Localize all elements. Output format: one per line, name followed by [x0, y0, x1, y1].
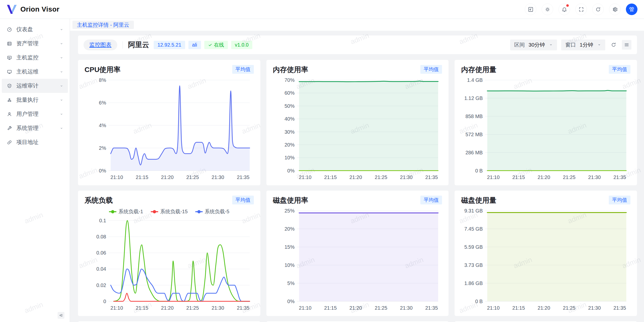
svg-text:21:30: 21:30 — [212, 174, 224, 180]
chart-card-header: 系统负载 平均值 — [85, 196, 254, 205]
host-tag-3: 在线 — [204, 41, 228, 49]
monitor-chart-link[interactable]: 监控图表 — [84, 40, 117, 50]
interval-label: 区间 — [514, 41, 525, 48]
svg-text:0.06: 0.06 — [96, 250, 106, 256]
svg-text:21:20: 21:20 — [161, 174, 174, 180]
legend-item[interactable]: 系统负载-5 — [195, 208, 229, 215]
legend-label: 系统负载-15 — [160, 208, 188, 215]
svg-text:21:15: 21:15 — [136, 174, 148, 180]
sidebar-collapse-button[interactable] — [58, 312, 64, 319]
interval-select[interactable]: 区间 30分钟 — [510, 40, 557, 50]
svg-text:7.45 GB: 7.45 GB — [464, 226, 483, 232]
tab-host-monitor-detail[interactable]: 主机监控详情 - 阿里云 — [72, 21, 134, 29]
sidebar-item-label: 用户管理 — [16, 110, 38, 118]
header-settings-button[interactable] — [609, 4, 621, 15]
svg-text:1.12 GB: 1.12 GB — [464, 95, 483, 101]
svg-text:25%: 25% — [285, 208, 295, 213]
sidebar-item-label: 系统管理 — [16, 124, 38, 132]
page-scroll-area: 监控图表 阿里云 12.92.5.21ali在线v1.0.0 区间 30分钟 窗… — [70, 31, 644, 322]
header-code-button[interactable] — [525, 4, 536, 15]
sidebar-item-project-link[interactable]: 项目地址 — [2, 135, 68, 149]
svg-text:1.86 GB: 1.86 GB — [464, 280, 483, 286]
host-name: 阿里云 — [128, 40, 149, 50]
chart-card-header: 磁盘使用率 平均值 — [273, 196, 442, 205]
chevron-down-icon — [59, 84, 64, 88]
nodes-icon — [7, 97, 12, 103]
sidebar-item-label: 项目地址 — [16, 138, 38, 146]
sidebar-item-ops-audit[interactable]: 运维审计 — [2, 79, 68, 93]
chart-card-2: 内存使用率 平均值 0%10%20%30%40%50%60%70%21:1021… — [266, 60, 449, 185]
sidebar-item-system-mgmt[interactable]: 系统管理 — [2, 121, 68, 135]
chevron-down-icon — [59, 70, 64, 74]
header-theme-button[interactable] — [542, 4, 553, 15]
chart-canvas[interactable]: 0%10%20%30%40%50%60%70%21:1021:1521:2021… — [273, 75, 442, 182]
chevron-down-icon — [59, 27, 64, 32]
chevron-down-icon — [59, 112, 64, 116]
chart-canvas[interactable]: 0%2%4%6%8%21:1021:1521:2021:2521:3021:35 — [85, 75, 254, 182]
chevron-down-icon — [59, 42, 64, 46]
chart-layout-menu-button[interactable] — [622, 40, 631, 50]
svg-text:60%: 60% — [285, 90, 295, 96]
svg-text:21:15: 21:15 — [324, 305, 337, 311]
svg-text:21:10: 21:10 — [110, 305, 123, 311]
charts-refresh-button[interactable] — [610, 41, 618, 49]
legend-item[interactable]: 系统负载-15 — [151, 208, 188, 215]
svg-text:21:15: 21:15 — [136, 305, 148, 311]
sidebar-item-host-monitoring[interactable]: 主机监控 — [2, 51, 68, 65]
avg-value-badge: 平均值 — [232, 65, 254, 74]
sidebar-item-assets[interactable]: 资产管理 — [2, 37, 68, 51]
sidebar-item-label: 仪表盘 — [16, 26, 33, 33]
sidebar-item-label: 运维审计 — [16, 82, 38, 90]
chart-canvas[interactable]: 0%5%10%15%20%25%21:1021:1521:2021:2521:3… — [273, 205, 442, 313]
host-tag-4: v1.0.0 — [231, 41, 252, 49]
main-layout: 仪表盘资产管理主机监控主机运维运维审计批量执行用户管理系统管理项目地址 主机监控… — [0, 19, 644, 322]
avg-value-badge: 平均值 — [420, 196, 442, 204]
chevron-down-icon — [59, 98, 64, 102]
sidebar-item-dashboard[interactable]: 仪表盘 — [2, 22, 68, 37]
user-icon — [7, 112, 12, 117]
svg-text:21:30: 21:30 — [212, 305, 224, 311]
window-select[interactable]: 窗口 1分钟 — [561, 40, 605, 50]
svg-text:21:30: 21:30 — [400, 174, 413, 180]
sidebar-item-batch-exec[interactable]: 批量执行 — [2, 93, 68, 107]
assets-icon — [7, 41, 12, 46]
header-refresh-button[interactable] — [592, 4, 604, 15]
chart-area: 0%2%4%6%8%21:1021:1521:2021:2521:3021:35 — [85, 75, 254, 182]
refresh-icon — [611, 42, 616, 48]
legend-item[interactable]: 系统负载-1 — [109, 208, 143, 215]
chart-title: CPU使用率 — [85, 65, 120, 75]
sidebar-item-host-ops[interactable]: 主机运维 — [2, 65, 68, 79]
svg-text:5.59 GB: 5.59 GB — [464, 244, 483, 250]
chart-title: 系统负载 — [85, 196, 113, 205]
svg-text:20%: 20% — [285, 226, 295, 232]
header-notifications-button[interactable] — [558, 4, 570, 15]
chart-area: 00.020.040.060.080.121:1021:1521:2021:25… — [85, 215, 254, 313]
header-actions: 管 — [525, 4, 637, 15]
svg-text:572 MB: 572 MB — [465, 132, 483, 137]
chart-canvas[interactable]: 0 B286 MB572 MB858 MB1.12 GB1.4 GB21:102… — [461, 75, 630, 182]
sidebar-item-label: 资产管理 — [16, 40, 38, 47]
svg-text:21:25: 21:25 — [186, 174, 199, 180]
chart-canvas[interactable]: 00.020.040.060.080.121:1021:1521:2021:25… — [85, 215, 254, 313]
svg-text:21:10: 21:10 — [299, 305, 311, 311]
svg-text:21:20: 21:20 — [349, 174, 362, 180]
svg-text:0.04: 0.04 — [96, 266, 106, 272]
chart-title: 内存使用量 — [461, 65, 496, 75]
chart-card-3: 内存使用量 平均值 0 B286 MB572 MB858 MB1.12 GB1.… — [455, 60, 637, 185]
svg-text:9.31 GB: 9.31 GB — [464, 208, 483, 213]
chart-area: 0%5%10%15%20%25%21:1021:1521:2021:2521:3… — [273, 205, 442, 313]
svg-text:21:10: 21:10 — [487, 174, 500, 180]
collapse-icon — [59, 313, 63, 317]
svg-text:70%: 70% — [285, 77, 295, 83]
svg-text:21:35: 21:35 — [425, 174, 438, 180]
header-fullscreen-button[interactable] — [575, 4, 587, 15]
svg-text:0: 0 — [103, 299, 106, 304]
svg-text:40%: 40% — [285, 116, 295, 122]
sidebar-item-user-mgmt[interactable]: 用户管理 — [2, 107, 68, 121]
svg-text:0.02: 0.02 — [96, 282, 106, 288]
user-avatar-button[interactable]: 管 — [626, 4, 637, 15]
app-logo: Orion Visor — [7, 5, 59, 14]
svg-text:21:20: 21:20 — [538, 305, 550, 311]
chart-canvas[interactable]: 0 B1.86 GB3.73 GB5.59 GB7.45 GB9.31 GB21… — [461, 205, 630, 313]
svg-text:0.08: 0.08 — [96, 234, 106, 239]
